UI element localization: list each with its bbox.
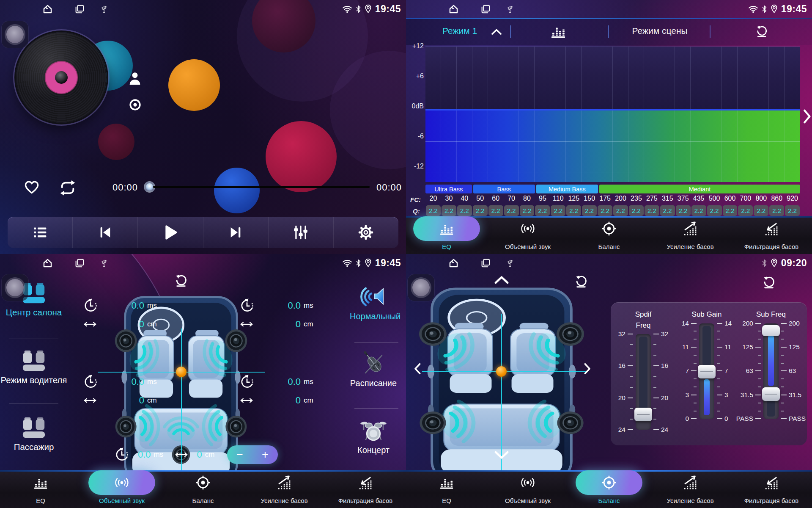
scene-mode-button[interactable]: Режим сцены	[617, 26, 702, 36]
q-value[interactable]: 2.2	[426, 205, 441, 216]
back-icon[interactable]	[417, 258, 427, 268]
progress-track[interactable]	[153, 186, 370, 188]
favorite-icon[interactable]	[24, 179, 40, 195]
listening-point-marker[interactable]	[176, 367, 187, 377]
home-icon[interactable]	[42, 257, 53, 269]
q-value[interactable]: 2.2	[582, 205, 597, 216]
position-label: Пассажир	[0, 442, 68, 452]
increase-button[interactable]: +	[252, 445, 278, 464]
balance-point-marker[interactable]	[496, 366, 507, 377]
q-value[interactable]: 2.2	[598, 205, 612, 216]
recent-apps-icon[interactable]	[74, 258, 85, 268]
tab-bass-filter[interactable]: Фильтрация басов	[731, 216, 812, 254]
q-value[interactable]: 2.2	[442, 205, 456, 216]
tab-balance[interactable]: Баланс	[568, 216, 650, 254]
home-icon[interactable]	[448, 257, 459, 269]
tab-eq[interactable]: EQ	[0, 470, 81, 508]
playlist-button[interactable]	[8, 217, 72, 248]
q-value[interactable]: 2.2	[551, 205, 565, 216]
slider-track[interactable]	[763, 323, 779, 419]
reset-icon[interactable]	[174, 273, 188, 288]
floating-widget-button[interactable]	[2, 21, 28, 48]
tab-bass-boost[interactable]: Усиление басов	[650, 216, 731, 254]
next-button[interactable]	[203, 217, 268, 248]
reset-icon[interactable]	[762, 275, 776, 290]
home-icon[interactable]	[42, 3, 53, 15]
q-value[interactable]: 2.2	[629, 205, 644, 216]
decrease-button[interactable]: −	[227, 445, 252, 464]
q-value[interactable]: 2.2	[535, 205, 550, 216]
q-value[interactable]: 2.2	[707, 205, 722, 216]
repeat-icon[interactable]	[58, 179, 77, 196]
q-value[interactable]: 2.2	[723, 205, 738, 216]
tab-bass-boost[interactable]: Усиление басов	[650, 470, 731, 508]
tab-balance[interactable]: Баланс	[162, 470, 244, 508]
recent-apps-icon[interactable]	[480, 4, 491, 14]
back-icon[interactable]	[417, 4, 427, 14]
chevron-down-icon[interactable]	[493, 450, 510, 460]
chevron-left-icon[interactable]	[408, 362, 427, 375]
q-value[interactable]: 2.2	[520, 205, 535, 216]
position-item-driver[interactable]: Режим водителя	[0, 350, 68, 385]
reset-icon[interactable]	[574, 274, 588, 289]
position-item-passenger[interactable]: Пассажир	[0, 417, 68, 452]
preset-selector[interactable]: Режим 1	[442, 26, 477, 36]
reset-icon[interactable]	[755, 25, 768, 38]
tab-surround[interactable]: Объёмный звук	[81, 470, 162, 508]
eq-sliders-button[interactable]	[268, 217, 333, 248]
slider-thumb[interactable]	[698, 365, 716, 378]
recent-apps-icon[interactable]	[74, 4, 85, 14]
slider-thumb[interactable]	[762, 387, 780, 401]
tab-eq[interactable]: EQ	[406, 216, 487, 254]
slider-thumb[interactable]	[634, 408, 652, 421]
q-value[interactable]: 2.2	[504, 205, 519, 216]
eq-bars-icon[interactable]	[550, 24, 567, 39]
play-button[interactable]	[137, 217, 203, 248]
player-toolbar	[8, 217, 398, 248]
tab-bass-filter[interactable]: Фильтрация басов	[325, 470, 406, 508]
floating-widget-button[interactable]	[2, 274, 28, 301]
tab-eq[interactable]: EQ	[406, 470, 487, 508]
recent-apps-icon[interactable]	[480, 258, 491, 268]
slider-track[interactable]	[636, 334, 651, 430]
q-value[interactable]: 2.2	[676, 205, 691, 216]
slider-top-cap[interactable]	[762, 325, 780, 336]
q-value[interactable]: 2.2	[613, 205, 628, 216]
q-value[interactable]: 2.2	[566, 205, 581, 216]
q-value[interactable]: 2.2	[785, 205, 800, 216]
back-icon[interactable]	[11, 4, 21, 14]
q-value[interactable]: 2.2	[691, 205, 706, 216]
preset-item-schedule[interactable]: Расписание	[347, 351, 400, 388]
back-icon[interactable]	[11, 258, 21, 268]
q-value[interactable]: 2.2	[769, 205, 784, 216]
settings-button[interactable]	[333, 217, 398, 248]
artist-icon[interactable]	[126, 70, 143, 87]
q-value[interactable]: 2.2	[488, 205, 503, 216]
chevron-right-icon[interactable]	[578, 362, 597, 375]
floating-widget-button[interactable]	[408, 274, 434, 301]
q-value[interactable]: 2.2	[457, 205, 472, 216]
fc-value: 60	[488, 195, 504, 202]
q-value[interactable]: 2.2	[738, 205, 753, 216]
fc-value: 150	[582, 195, 597, 202]
slider-title: Sub Freq	[756, 309, 786, 320]
tab-bass-filter[interactable]: Фильтрация басов	[731, 470, 812, 508]
preset-item-normal[interactable]: Нормальный	[347, 284, 400, 321]
preset-item-concert[interactable]: Концерт	[347, 418, 400, 455]
tab-surround[interactable]: Объёмный звук	[487, 470, 568, 508]
next-page-arrow[interactable]	[803, 109, 811, 124]
chevron-up-icon[interactable]	[491, 28, 502, 35]
q-value[interactable]: 2.2	[645, 205, 659, 216]
slider-track[interactable]	[699, 323, 714, 419]
home-icon[interactable]	[448, 3, 459, 15]
previous-button[interactable]	[72, 217, 137, 248]
q-value[interactable]: 2.2	[754, 205, 768, 216]
q-value[interactable]: 2.2	[473, 205, 488, 216]
tab-balance[interactable]: Баланс	[568, 470, 650, 508]
chevron-up-icon[interactable]	[493, 275, 510, 284]
album-icon[interactable]	[128, 98, 142, 112]
q-value[interactable]: 2.2	[660, 205, 675, 216]
tab-bass-boost[interactable]: Усиление басов	[244, 470, 325, 508]
tab-surround[interactable]: Объёмный звук	[487, 216, 568, 254]
axis-label: -6	[418, 133, 424, 140]
